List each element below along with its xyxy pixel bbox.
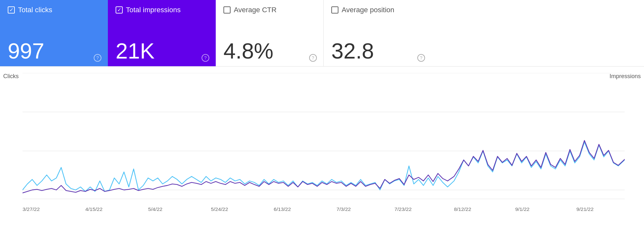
metric-label-impressions: Total impressions [116,6,208,14]
metric-value-ctr: 4.8% [223,40,316,62]
metric-card-avg-ctr[interactable]: Average CTR 4.8% ? [216,0,324,66]
metric-label-clicks: Total clicks [8,6,100,14]
impressions-line [23,141,625,193]
metric-label-position: Average position [331,6,424,14]
chart-area: Clicks Impressions 24 16 8 0 450 300 150… [0,67,644,236]
help-icon-ctr[interactable]: ? [309,54,317,62]
metric-label-text-position: Average position [342,6,394,14]
checkbox-clicks[interactable] [8,6,15,14]
x-label-7: 8/12/22 [454,207,471,212]
x-label-0: 3/27/22 [23,207,40,212]
chart-left-axis-label: Clicks [3,73,19,80]
checkbox-ctr[interactable] [223,6,231,14]
metric-label-text-clicks: Total clicks [18,6,52,14]
metric-card-total-impressions[interactable]: Total impressions 21K ? [108,0,216,66]
x-label-2: 5/4/22 [148,207,162,212]
metric-value-position: 32.8 [331,40,424,62]
x-label-3: 5/24/22 [211,207,228,212]
metrics-row: Total clicks 997 ? Total impressions 21K… [0,0,644,67]
metric-card-total-clicks[interactable]: Total clicks 997 ? [0,0,108,66]
checkbox-position[interactable] [331,6,338,14]
metric-label-text-impressions: Total impressions [126,6,181,14]
chart-svg: 24 16 8 0 450 300 150 0 3/27/22 4/15/22 … [23,73,625,220]
x-label-6: 7/23/22 [394,207,412,212]
clicks-line [23,142,625,192]
help-icon-clicks[interactable]: ? [94,54,101,62]
metric-label-ctr: Average CTR [223,6,316,14]
chart-right-axis-label: Impressions [610,73,641,80]
metric-label-text-ctr: Average CTR [234,6,277,14]
metric-value-impressions: 21K [116,40,208,62]
x-label-1: 4/15/22 [85,207,102,212]
x-label-8: 9/1/22 [515,207,529,212]
x-label-5: 7/3/22 [336,207,351,212]
checkbox-impressions[interactable] [116,6,123,14]
x-label-9: 9/21/22 [576,207,593,212]
help-icon-impressions[interactable]: ? [202,54,209,62]
metric-value-clicks: 997 [8,40,100,62]
metric-card-avg-position[interactable]: Average position 32.8 ? [324,0,431,66]
help-icon-position[interactable]: ? [417,54,425,62]
x-label-4: 6/13/22 [274,207,291,212]
